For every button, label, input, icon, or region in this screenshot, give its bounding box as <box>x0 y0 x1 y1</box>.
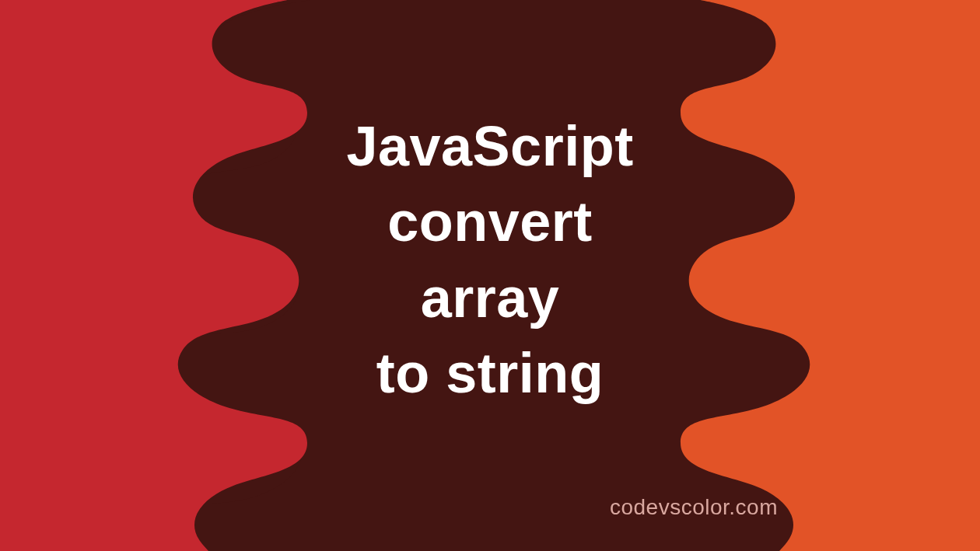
site-credit: codevscolor.com <box>610 495 778 520</box>
hero-content: JavaScript convert array to string <box>0 0 980 551</box>
hero-title: JavaScript convert array to string <box>346 109 633 411</box>
